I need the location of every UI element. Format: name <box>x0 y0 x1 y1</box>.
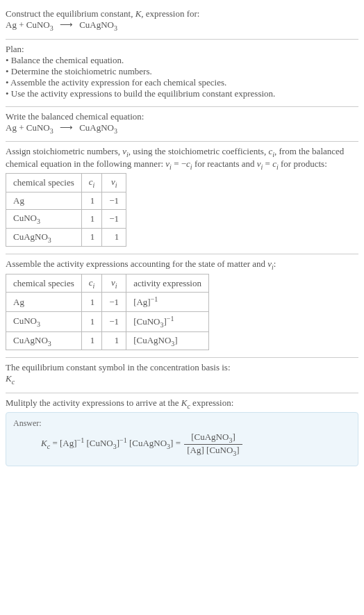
prompt-text-2: , expression for: <box>141 8 199 19</box>
prompt-text: Construct the equilibrium constant, <box>6 8 135 19</box>
cell-c: 1 <box>81 293 102 311</box>
cell-nu: −1 <box>102 209 126 228</box>
answer-label: Answer: <box>13 418 351 429</box>
plan-item: • Determine the stoichiometric numbers. <box>6 66 358 77</box>
stoich-section: Assign stoichiometric numbers, νi, using… <box>6 143 358 252</box>
multiply-text: Mulitply the activity expressions to arr… <box>6 397 358 410</box>
cell-c: 1 <box>81 228 102 247</box>
plan-item: • Assemble the activity expression for e… <box>6 77 358 88</box>
divider <box>6 254 358 254</box>
cell-species: Ag <box>6 192 82 209</box>
cell-species: CuAgNO3 <box>6 331 82 350</box>
table-row: CuAgNO3 1 1 [CuAgNO3] <box>6 331 209 350</box>
stoich-table: chemical species ci νi Ag 1 −1 CuNO3 1 −… <box>6 173 126 247</box>
balanced-rhs: CuAgNO3 <box>79 122 117 133</box>
divider <box>6 39 358 40</box>
cell-c: 1 <box>81 311 102 331</box>
col-nui: νi <box>102 174 126 192</box>
col-ci: ci <box>81 274 102 293</box>
cell-c: 1 <box>81 192 102 209</box>
col-activity: activity expression <box>126 274 209 293</box>
balanced-equation-section: Write the balanced chemical equation: Ag… <box>6 108 358 140</box>
cell-nu: −1 <box>102 192 126 209</box>
divider <box>6 141 358 142</box>
plan-item: • Balance the chemical equation. <box>6 55 358 66</box>
cell-c: 1 <box>81 331 102 350</box>
cell-nu: 1 <box>102 228 126 247</box>
activity-section: Assemble the activity expressions accoun… <box>6 256 358 356</box>
col-nui: νi <box>102 274 126 293</box>
col-species: chemical species <box>6 174 82 192</box>
col-ci: ci <box>81 174 102 192</box>
plan-item: • Use the activity expressions to build … <box>6 88 358 99</box>
multiply-section: Mulitply the activity expressions to arr… <box>6 395 358 472</box>
divider <box>6 393 358 393</box>
fraction: [CuAgNO3][Ag] [CuNO3] <box>184 432 242 457</box>
table-row: Ag 1 −1 [Ag]−1 <box>6 293 209 311</box>
cell-nu: −1 <box>102 293 126 311</box>
cell-species: Ag <box>6 293 82 311</box>
plan-section: Plan: • Balance the chemical equation. •… <box>6 41 358 105</box>
stoich-intro: Assign stoichiometric numbers, νi, using… <box>6 146 358 170</box>
balanced-title: Write the balanced chemical equation: <box>6 111 358 122</box>
table-row: CuAgNO3 1 1 <box>6 228 126 247</box>
cell-nu: −1 <box>102 311 126 331</box>
problem-statement: Construct the equilibrium constant, K, e… <box>6 6 358 38</box>
table-row: CuNO3 1 −1 [CuNO3]−1 <box>6 311 209 331</box>
activity-table: chemical species ci νi activity expressi… <box>6 274 209 350</box>
plan-title: Plan: <box>6 44 358 55</box>
col-species: chemical species <box>6 274 82 293</box>
reaction-arrow-icon: ⟶ <box>56 19 77 30</box>
reaction-arrow-icon: ⟶ <box>56 122 77 133</box>
fraction-denominator: [Ag] [CuNO3] <box>184 445 242 457</box>
kc-symbol-section: The equilibrium constant symbol in the c… <box>6 359 358 391</box>
divider <box>6 357 358 358</box>
divider <box>6 106 358 107</box>
balanced-lhs: Ag + CuNO3 <box>6 122 53 133</box>
cell-activity: [Ag]−1 <box>126 293 209 311</box>
equation-rhs: CuAgNO3 <box>79 19 117 30</box>
cell-species: CuNO3 <box>6 209 82 228</box>
cell-activity: [CuAgNO3] <box>126 331 209 350</box>
activity-intro: Assemble the activity expressions accoun… <box>6 259 358 271</box>
table-row: CuNO3 1 −1 <box>6 209 126 228</box>
fraction-numerator: [CuAgNO3] <box>184 432 242 445</box>
answer-box: Answer: Kc = [Ag]−1 [CuNO3]−1 [CuAgNO3] … <box>6 412 358 466</box>
cell-c: 1 <box>81 209 102 228</box>
cell-nu: 1 <box>102 331 126 350</box>
kc-symbol: Kc <box>6 373 358 386</box>
cell-species: CuAgNO3 <box>6 228 82 247</box>
cell-species: CuNO3 <box>6 311 82 331</box>
table-header-row: chemical species ci νi <box>6 174 126 192</box>
equation-lhs: Ag + CuNO3 <box>6 19 53 30</box>
table-header-row: chemical species ci νi activity expressi… <box>6 274 209 293</box>
answer-expression: Kc = [Ag]−1 [CuNO3]−1 [CuAgNO3] = [CuAgN… <box>13 432 351 457</box>
kc-text: The equilibrium constant symbol in the c… <box>6 362 358 373</box>
table-row: Ag 1 −1 <box>6 192 126 209</box>
cell-activity: [CuNO3]−1 <box>126 311 209 331</box>
